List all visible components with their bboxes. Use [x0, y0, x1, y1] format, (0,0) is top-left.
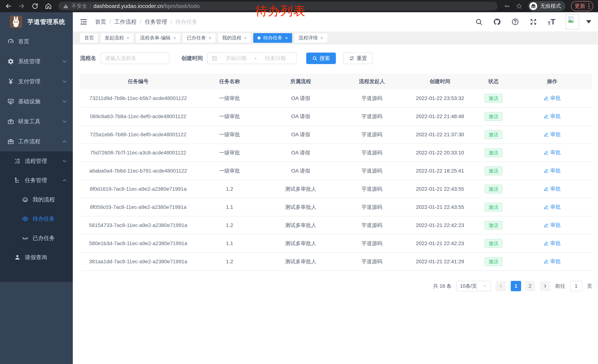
- process-cell: OA 请假: [263, 144, 339, 162]
- approve-button[interactable]: 审批: [544, 222, 561, 229]
- fullscreen-icon[interactable]: [530, 18, 537, 26]
- content: 流程名 创建时间 开始日期 - 结束日期 搜索 重置 任务编号任务名称所属流: [73, 44, 598, 291]
- approve-button[interactable]: 审批: [544, 240, 561, 247]
- font-size-icon[interactable]: TT: [548, 18, 555, 26]
- approve-button[interactable]: 审批: [544, 113, 561, 120]
- close-icon[interactable]: ×: [321, 36, 323, 40]
- close-icon[interactable]: ×: [173, 36, 176, 40]
- sidebar-item-11[interactable]: 请假查询: [0, 248, 73, 267]
- tab-5[interactable]: 待办任务×: [253, 33, 292, 43]
- approve-button[interactable]: 审批: [544, 131, 561, 138]
- approve-button[interactable]: 审批: [544, 149, 561, 156]
- sidebar-item-1[interactable]: 系统管理: [0, 51, 73, 72]
- active-tab-dot: [257, 36, 260, 40]
- sidebar-item-5[interactable]: 工作流程: [0, 131, 73, 152]
- page-size-select[interactable]: 10条/页: [456, 281, 491, 291]
- tab-label: 待办任务: [263, 35, 282, 41]
- task-name-cell: 1.1: [196, 198, 263, 216]
- browser-update-button[interactable]: 更新: [571, 1, 593, 11]
- process-cell: 测试多审批人: [263, 198, 339, 216]
- page-button-2[interactable]: 2: [525, 281, 535, 291]
- tab-3[interactable]: 已办任务×: [183, 33, 216, 43]
- search-icon[interactable]: [475, 18, 483, 26]
- goto-page-input[interactable]: [570, 281, 582, 291]
- status-cell: 激活: [475, 107, 512, 126]
- close-icon[interactable]: ×: [208, 36, 211, 40]
- action-cell: 审批: [512, 235, 592, 252]
- sidebar-item-4[interactable]: 研发工具: [0, 112, 73, 131]
- sidebar-item-9[interactable]: 待办任务: [0, 209, 73, 228]
- user-menu-caret-icon[interactable]: [586, 20, 591, 24]
- process-name-input[interactable]: [100, 53, 169, 64]
- sidebar-item-2[interactable]: 支付管理: [0, 72, 73, 91]
- chevron-down-icon: [62, 59, 67, 64]
- total-count: 共 16 条: [433, 283, 451, 289]
- status-cell: 激活: [475, 144, 512, 162]
- approve-button[interactable]: 审批: [544, 95, 561, 102]
- approve-button[interactable]: 审批: [544, 258, 561, 265]
- approve-button[interactable]: 审批: [544, 185, 561, 192]
- tab-1[interactable]: 发起流程×: [100, 33, 133, 43]
- tab-2[interactable]: 流程表单-编辑×: [136, 33, 180, 43]
- back-icon[interactable]: [5, 3, 12, 10]
- page-button-1[interactable]: 1: [511, 281, 521, 291]
- sidebar-fold-icon[interactable]: [79, 18, 88, 26]
- tab-0[interactable]: 首页: [80, 33, 98, 43]
- sidebar-item-label: 任务管理: [25, 177, 47, 184]
- reload-icon[interactable]: [32, 3, 39, 10]
- browser-menu-icon[interactable]: [588, 4, 590, 9]
- approve-button[interactable]: 审批: [544, 203, 561, 210]
- pencil-icon: [544, 223, 549, 228]
- column-header: 创建时间: [405, 74, 475, 89]
- sidebar-item-3[interactable]: 基础设施: [0, 91, 73, 112]
- sidebar-item-label: 研发工具: [18, 118, 40, 125]
- bookmark-star-icon[interactable]: [516, 3, 523, 9]
- avatar[interactable]: [566, 14, 579, 29]
- process-cell: OA 请假: [263, 89, 339, 107]
- sidebar-item-6[interactable]: 流程管理: [0, 152, 73, 171]
- key-icon[interactable]: [504, 3, 510, 9]
- sidebar: 芋道管理系统 首页系统管理支付管理基础设施研发工具工作流程流程管理任务管理我的流…: [0, 12, 73, 364]
- approve-label: 审批: [550, 149, 561, 156]
- table-row: 580e1b3d-7ac8-11ec-a9e2-a2380e71991a1.1测…: [80, 235, 592, 252]
- close-icon[interactable]: ×: [244, 36, 247, 40]
- home-icon[interactable]: [45, 3, 52, 10]
- url-text: dashboard.yudao.iocoder.cn/bpm/task/todo: [93, 3, 200, 9]
- close-icon[interactable]: ×: [285, 36, 288, 40]
- forward-icon[interactable]: [18, 3, 25, 10]
- prev-page-button[interactable]: [496, 281, 506, 291]
- app-logo-row[interactable]: 芋道管理系统: [0, 12, 73, 32]
- person-icon: [14, 254, 21, 261]
- action-cell: 审批: [512, 162, 592, 180]
- reset-button[interactable]: 重置: [343, 53, 373, 64]
- sidebar-item-8[interactable]: 我的流程: [0, 190, 73, 209]
- breadcrumb-home[interactable]: 首页: [95, 18, 106, 26]
- task-name-cell: 一级审批: [196, 144, 263, 162]
- breadcrumb-workflow[interactable]: 工作流程: [114, 18, 137, 26]
- sidebar-item-label: 请假查询: [25, 254, 47, 261]
- starter-cell: 芋道源码: [339, 162, 405, 180]
- status-badge: 激活: [485, 185, 502, 194]
- tab-4[interactable]: 我的流程×: [218, 33, 251, 43]
- sidebar-item-7[interactable]: 任务管理: [0, 171, 73, 190]
- status-cell: 激活: [475, 162, 512, 180]
- sidebar-item-10[interactable]: 已办任务: [0, 228, 73, 248]
- insecure-warning-icon: [63, 3, 68, 9]
- sidebar-item-0[interactable]: 首页: [0, 32, 73, 51]
- breadcrumb: 首页 / 工作流程 / 任务管理 / 待办任务: [95, 18, 198, 26]
- help-icon[interactable]: [511, 18, 519, 26]
- action-cell: 审批: [512, 107, 592, 126]
- breadcrumb-task-mgmt[interactable]: 任务管理: [145, 18, 167, 26]
- approve-label: 审批: [550, 131, 561, 138]
- next-page-button[interactable]: [540, 281, 550, 291]
- chevron-down-icon: [62, 119, 67, 124]
- date-range-picker[interactable]: 开始日期 - 结束日期: [207, 53, 297, 64]
- approve-button[interactable]: 审批: [544, 167, 561, 174]
- close-icon[interactable]: ×: [126, 36, 129, 40]
- face-icon: [22, 196, 29, 203]
- status-badge: 激活: [485, 130, 502, 139]
- search-button[interactable]: 搜索: [306, 53, 336, 64]
- github-icon[interactable]: [493, 18, 501, 26]
- tab-6[interactable]: 流程详情×: [294, 33, 328, 43]
- main-area: 首页 / 工作流程 / 任务管理 / 待办任务 TT 首页发起流程×流程表单-编…: [73, 12, 598, 364]
